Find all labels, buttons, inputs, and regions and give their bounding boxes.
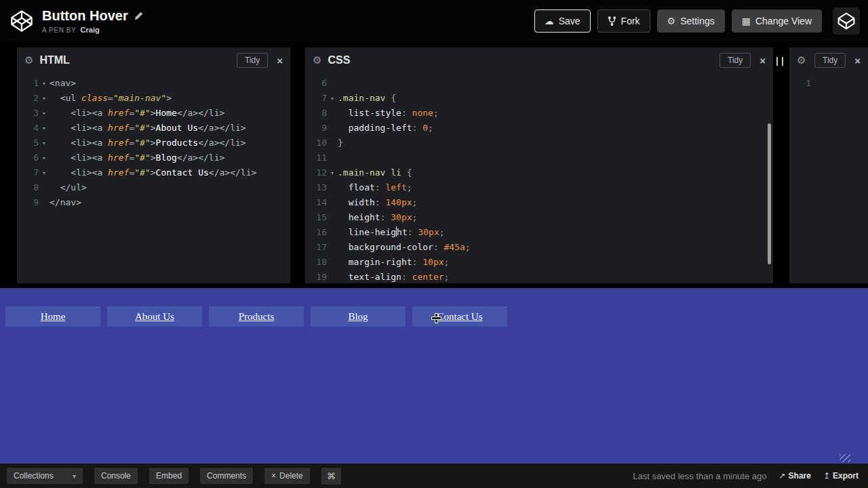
collections-dropdown[interactable]: Collections ▾ <box>7 468 83 484</box>
preview-resize-grip[interactable] <box>840 454 850 462</box>
code-line[interactable]: 7▾.main-nav { <box>305 91 773 106</box>
fold-marker-icon <box>327 240 338 255</box>
fold-marker-icon[interactable]: ▾ <box>39 76 50 91</box>
fold-marker-icon[interactable]: ▾ <box>39 136 50 150</box>
code-line[interactable]: 3▾ <li><a href="#">Home</a></li> <box>17 106 290 121</box>
code-line[interactable]: 8 </ul> <box>17 180 290 195</box>
fold-marker-icon[interactable]: ▾ <box>327 91 338 106</box>
code-line[interactable]: 17 background-color: #45a; <box>305 240 773 255</box>
fold-marker-icon[interactable]: ▾ <box>39 165 50 180</box>
preview-nav-item: Contact Us <box>412 306 507 327</box>
code-line[interactable]: 2▾ <ul class="main-nav"> <box>17 91 290 106</box>
save-button[interactable]: ☁ Save <box>534 9 591 33</box>
preview-nav-item: Blog <box>311 306 406 327</box>
fold-marker-icon[interactable]: ▾ <box>39 150 50 165</box>
code-line[interactable]: 9 padding-left: 0; <box>305 121 773 136</box>
fold-marker-icon[interactable]: ▾ <box>39 91 50 106</box>
user-avatar[interactable] <box>833 7 860 35</box>
line-number: 8 <box>305 106 327 121</box>
css-close-icon[interactable]: × <box>760 55 766 66</box>
css-code-editor[interactable]: 67▾.main-nav {8 list-style: none;9 paddi… <box>305 73 773 283</box>
byline-prefix: A PEN BY <box>42 26 76 34</box>
css-editor-scrollbar[interactable] <box>768 123 771 264</box>
html-panel-header: ⚙ HTML Tidy × <box>17 47 290 73</box>
preview-nav-item: About Us <box>107 306 202 327</box>
line-number: 19 <box>305 270 327 283</box>
preview-nav-link[interactable]: Products <box>239 311 275 322</box>
preview-nav-link[interactable]: About Us <box>135 311 174 322</box>
line-number: 14 <box>305 195 327 210</box>
keyboard-shortcuts-button[interactable]: ⌘ <box>321 468 341 485</box>
code-line[interactable]: 6▾ <li><a href="#">Blog</a></li> <box>17 150 290 165</box>
preview-nav-link[interactable]: Home <box>41 311 66 322</box>
preview-nav-link[interactable]: Blog <box>348 311 368 322</box>
html-settings-gear-icon[interactable]: ⚙ <box>24 54 33 66</box>
js-close-icon[interactable]: × <box>854 55 861 66</box>
code-line[interactable]: 6 <box>305 76 773 91</box>
css-settings-gear-icon[interactable]: ⚙ <box>313 54 321 66</box>
edit-pencil-icon[interactable] <box>134 11 144 21</box>
fork-button[interactable]: Fork <box>597 9 650 33</box>
code-line[interactable]: 19 text-align: center; <box>305 270 773 283</box>
js-settings-gear-icon[interactable]: ⚙ <box>797 54 806 66</box>
chevron-down-icon: ▾ <box>73 472 76 480</box>
fold-marker-icon[interactable]: ▾ <box>327 165 338 180</box>
preview-nav-item: Home <box>5 306 100 327</box>
cloud-icon: ☁ <box>545 16 554 26</box>
comments-button[interactable]: Comments <box>200 468 253 484</box>
html-close-icon[interactable]: × <box>277 55 283 66</box>
fold-marker-icon <box>327 210 338 225</box>
fold-marker-icon[interactable]: ▾ <box>39 121 50 136</box>
share-button[interactable]: ↗ Share <box>779 471 811 481</box>
console-button[interactable]: Console <box>94 468 138 484</box>
code-line[interactable]: 4▾ <li><a href="#">About Us</a></li> <box>17 121 290 136</box>
code-line[interactable]: 14 width: 140px; <box>305 195 773 210</box>
fold-marker-icon[interactable]: ▾ <box>39 106 50 121</box>
fold-marker-icon <box>327 121 338 136</box>
code-line[interactable]: 11 <box>305 150 773 165</box>
code-line[interactable]: 16 line-height: 30px; <box>305 225 773 240</box>
export-button[interactable]: ↥ Export <box>823 471 859 481</box>
code-line[interactable]: 15 height: 30px; <box>305 210 773 225</box>
css-tidy-button[interactable]: Tidy <box>719 53 751 68</box>
code-line[interactable]: 10} <box>305 136 773 150</box>
line-number: 6 <box>305 76 327 91</box>
last-saved-status: Last saved less than a minute ago <box>633 471 766 481</box>
panel-divider[interactable] <box>773 47 789 283</box>
fold-marker-icon <box>327 225 338 240</box>
code-line[interactable]: 7▾ <li><a href="#">Contact Us</a></li> <box>17 165 290 180</box>
line-number: 15 <box>305 210 327 225</box>
preview-nav-item: Products <box>209 306 304 327</box>
line-number: 9 <box>17 195 39 210</box>
line-number: 7 <box>305 91 327 106</box>
js-code-editor[interactable]: 1 <box>789 73 868 283</box>
line-number: 10 <box>305 136 327 150</box>
html-code-editor[interactable]: 1▾<nav>2▾ <ul class="main-nav">3▾ <li><a… <box>17 73 290 283</box>
author-name[interactable]: Craig <box>81 26 100 34</box>
code-line[interactable]: 18 margin-right: 10px; <box>305 255 773 270</box>
line-number: 1 <box>17 76 39 91</box>
code-line[interactable]: 5▾ <li><a href="#">Products</a></li> <box>17 136 290 150</box>
resize-columns-icon[interactable] <box>776 57 783 66</box>
footer: Collections ▾ Console Embed Comments × D… <box>0 464 868 488</box>
settings-button[interactable]: ⚙ Settings <box>657 9 725 33</box>
code-line[interactable]: 8 list-style: none; <box>305 106 773 121</box>
html-tidy-button[interactable]: Tidy <box>237 53 268 68</box>
fold-marker-icon <box>327 150 338 165</box>
delete-button[interactable]: × Delete <box>264 468 310 484</box>
code-line[interactable]: 9</nav> <box>17 195 290 210</box>
code-line[interactable]: 12▾.main-nav li { <box>305 165 773 180</box>
js-tidy-button[interactable]: Tidy <box>814 53 846 68</box>
code-line[interactable]: 1▾<nav> <box>17 76 290 91</box>
change-view-button[interactable]: ▦ Change View <box>732 9 822 33</box>
code-line[interactable]: 13 float: left; <box>305 180 773 195</box>
panel-divider[interactable] <box>290 47 305 283</box>
header: Button Hover A PEN BY Craig ☁ Save Fork … <box>0 0 868 42</box>
avatar-codepen-icon <box>837 12 856 30</box>
line-number: 7 <box>17 165 39 180</box>
line-number: 16 <box>305 225 327 240</box>
embed-button[interactable]: Embed <box>149 468 189 484</box>
delete-x-icon: × <box>271 471 276 481</box>
code-line[interactable]: 1 <box>789 76 868 91</box>
preview-nav-link[interactable]: Contact Us <box>437 311 482 322</box>
